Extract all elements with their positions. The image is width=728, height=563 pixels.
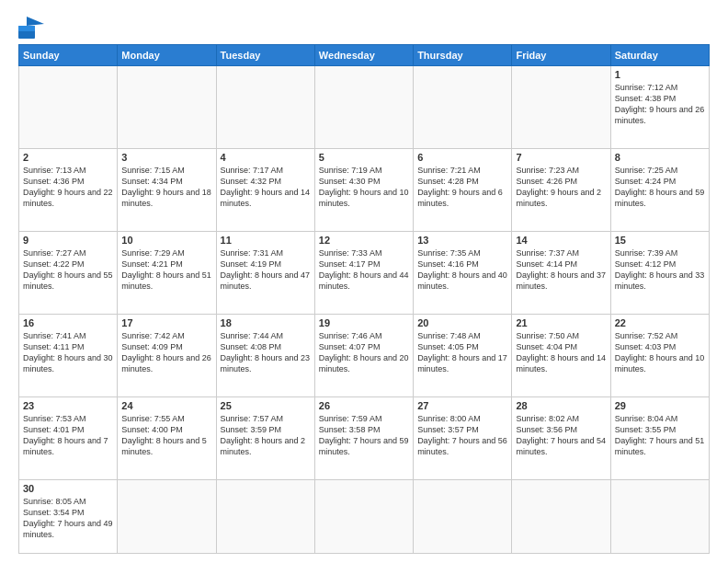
day-header-sunday: Sunday: [19, 45, 118, 66]
day-number: 20: [417, 317, 507, 328]
day-info: Sunrise: 7:42 AM Sunset: 4:09 PM Dayligh…: [121, 330, 211, 375]
calendar-cell: [118, 479, 216, 553]
day-header-tuesday: Tuesday: [216, 45, 314, 66]
day-number: 18: [221, 317, 311, 328]
day-number: 15: [615, 235, 705, 246]
day-number: 24: [121, 400, 211, 411]
day-number: 26: [319, 400, 409, 411]
calendar-cell: 9Sunrise: 7:27 AM Sunset: 4:22 PM Daylig…: [19, 231, 118, 314]
day-info: Sunrise: 7:50 AM Sunset: 4:04 PM Dayligh…: [516, 330, 606, 375]
calendar-cell: [414, 479, 512, 553]
header: [18, 17, 710, 39]
calendar-cell: 23Sunrise: 7:53 AM Sunset: 4:01 PM Dayli…: [19, 396, 118, 479]
calendar-cell: 4Sunrise: 7:17 AM Sunset: 4:32 PM Daylig…: [216, 148, 314, 231]
day-number: 22: [615, 317, 705, 328]
svg-rect-2: [18, 26, 35, 31]
calendar-header-row: SundayMondayTuesdayWednesdayThursdayFrid…: [19, 45, 710, 66]
calendar-cell: 29Sunrise: 8:04 AM Sunset: 3:55 PM Dayli…: [610, 396, 709, 479]
day-info: Sunrise: 7:59 AM Sunset: 3:58 PM Dayligh…: [319, 413, 409, 458]
day-number: 7: [516, 152, 606, 163]
day-number: 25: [221, 400, 311, 411]
logo: [18, 17, 48, 39]
calendar-cell: 8Sunrise: 7:25 AM Sunset: 4:24 PM Daylig…: [610, 148, 709, 231]
calendar-cell: 13Sunrise: 7:35 AM Sunset: 4:16 PM Dayli…: [414, 231, 512, 314]
calendar-cell: [216, 479, 314, 553]
calendar-cell: 5Sunrise: 7:19 AM Sunset: 4:30 PM Daylig…: [314, 148, 413, 231]
day-info: Sunrise: 7:21 AM Sunset: 4:28 PM Dayligh…: [417, 165, 507, 210]
day-info: Sunrise: 7:46 AM Sunset: 4:07 PM Dayligh…: [319, 330, 409, 375]
day-info: Sunrise: 7:25 AM Sunset: 4:24 PM Dayligh…: [615, 165, 705, 210]
day-info: Sunrise: 7:44 AM Sunset: 4:08 PM Dayligh…: [221, 330, 311, 375]
day-number: 30: [23, 483, 113, 494]
day-info: Sunrise: 7:12 AM Sunset: 4:38 PM Dayligh…: [615, 82, 705, 127]
day-number: 17: [121, 317, 211, 328]
calendar-cell: [610, 479, 709, 553]
calendar-cell: 11Sunrise: 7:31 AM Sunset: 4:19 PM Dayli…: [216, 231, 314, 314]
calendar-cell: 19Sunrise: 7:46 AM Sunset: 4:07 PM Dayli…: [314, 314, 413, 396]
day-number: 21: [516, 317, 606, 328]
calendar-cell: 28Sunrise: 8:02 AM Sunset: 3:56 PM Dayli…: [512, 396, 610, 479]
day-info: Sunrise: 7:17 AM Sunset: 4:32 PM Dayligh…: [221, 165, 311, 210]
day-number: 16: [23, 317, 113, 328]
day-info: Sunrise: 7:33 AM Sunset: 4:17 PM Dayligh…: [319, 247, 409, 293]
day-number: 29: [615, 400, 705, 411]
day-info: Sunrise: 7:39 AM Sunset: 4:12 PM Dayligh…: [615, 247, 705, 293]
day-info: Sunrise: 7:53 AM Sunset: 4:01 PM Dayligh…: [23, 413, 113, 458]
day-number: 14: [516, 235, 606, 246]
day-number: 11: [221, 235, 311, 246]
day-info: Sunrise: 7:55 AM Sunset: 4:00 PM Dayligh…: [121, 413, 211, 458]
day-info: Sunrise: 8:02 AM Sunset: 3:56 PM Dayligh…: [516, 413, 606, 458]
calendar-cell: [216, 66, 314, 149]
day-number: 4: [221, 152, 311, 163]
day-header-friday: Friday: [512, 45, 610, 66]
day-info: Sunrise: 7:37 AM Sunset: 4:14 PM Dayligh…: [516, 247, 606, 293]
calendar-table: SundayMondayTuesdayWednesdayThursdayFrid…: [18, 44, 710, 554]
calendar-cell: 12Sunrise: 7:33 AM Sunset: 4:17 PM Dayli…: [314, 231, 413, 314]
day-number: 10: [121, 235, 211, 246]
calendar-cell: [414, 66, 512, 149]
calendar-week-1: 2Sunrise: 7:13 AM Sunset: 4:36 PM Daylig…: [19, 148, 710, 231]
calendar-cell: 24Sunrise: 7:55 AM Sunset: 4:00 PM Dayli…: [118, 396, 216, 479]
day-info: Sunrise: 8:00 AM Sunset: 3:57 PM Dayligh…: [417, 413, 507, 458]
day-number: 5: [319, 152, 409, 163]
calendar-cell: 2Sunrise: 7:13 AM Sunset: 4:36 PM Daylig…: [19, 148, 118, 231]
day-number: 2: [23, 152, 113, 163]
calendar-cell: 10Sunrise: 7:29 AM Sunset: 4:21 PM Dayli…: [118, 231, 216, 314]
calendar-cell: [118, 66, 216, 149]
calendar-cell: [314, 479, 413, 553]
svg-marker-1: [27, 17, 44, 26]
calendar-cell: 26Sunrise: 7:59 AM Sunset: 3:58 PM Dayli…: [314, 396, 413, 479]
day-number: 3: [121, 152, 211, 163]
calendar-cell: 16Sunrise: 7:41 AM Sunset: 4:11 PM Dayli…: [19, 314, 118, 396]
calendar-cell: [512, 66, 610, 149]
calendar-cell: [314, 66, 413, 149]
day-info: Sunrise: 8:05 AM Sunset: 3:54 PM Dayligh…: [23, 496, 113, 541]
day-number: 1: [615, 69, 705, 80]
day-number: 23: [23, 400, 113, 411]
day-header-monday: Monday: [118, 45, 216, 66]
calendar-week-0: 1Sunrise: 7:12 AM Sunset: 4:38 PM Daylig…: [19, 66, 710, 149]
calendar-week-5: 30Sunrise: 8:05 AM Sunset: 3:54 PM Dayli…: [19, 479, 710, 553]
day-number: 19: [319, 317, 409, 328]
calendar-cell: 27Sunrise: 8:00 AM Sunset: 3:57 PM Dayli…: [414, 396, 512, 479]
day-info: Sunrise: 7:13 AM Sunset: 4:36 PM Dayligh…: [23, 165, 113, 210]
day-info: Sunrise: 7:31 AM Sunset: 4:19 PM Dayligh…: [221, 247, 311, 293]
day-info: Sunrise: 7:52 AM Sunset: 4:03 PM Dayligh…: [615, 330, 705, 375]
day-info: Sunrise: 7:23 AM Sunset: 4:26 PM Dayligh…: [516, 165, 606, 210]
day-info: Sunrise: 7:48 AM Sunset: 4:05 PM Dayligh…: [417, 330, 507, 375]
calendar-cell: 22Sunrise: 7:52 AM Sunset: 4:03 PM Dayli…: [610, 314, 709, 396]
day-number: 12: [319, 235, 409, 246]
day-info: Sunrise: 8:04 AM Sunset: 3:55 PM Dayligh…: [615, 413, 705, 458]
calendar-cell: 7Sunrise: 7:23 AM Sunset: 4:26 PM Daylig…: [512, 148, 610, 231]
calendar-cell: 18Sunrise: 7:44 AM Sunset: 4:08 PM Dayli…: [216, 314, 314, 396]
day-header-wednesday: Wednesday: [314, 45, 413, 66]
day-number: 6: [417, 152, 507, 163]
day-info: Sunrise: 7:29 AM Sunset: 4:21 PM Dayligh…: [121, 247, 211, 293]
calendar-cell: 21Sunrise: 7:50 AM Sunset: 4:04 PM Dayli…: [512, 314, 610, 396]
calendar-cell: 25Sunrise: 7:57 AM Sunset: 3:59 PM Dayli…: [216, 396, 314, 479]
day-number: 9: [23, 235, 113, 246]
day-info: Sunrise: 7:41 AM Sunset: 4:11 PM Dayligh…: [23, 330, 113, 375]
day-info: Sunrise: 7:57 AM Sunset: 3:59 PM Dayligh…: [221, 413, 311, 458]
day-number: 28: [516, 400, 606, 411]
calendar-cell: 6Sunrise: 7:21 AM Sunset: 4:28 PM Daylig…: [414, 148, 512, 231]
